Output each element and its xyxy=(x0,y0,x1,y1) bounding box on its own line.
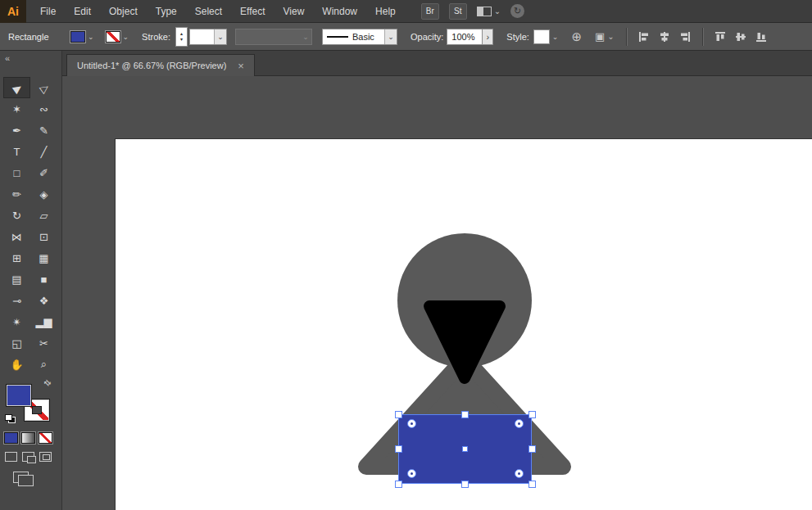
tool-selection[interactable]: ▶ xyxy=(3,77,30,98)
sync-icon[interactable]: ↻ xyxy=(510,4,524,18)
stepper-up-icon[interactable]: ▴ xyxy=(180,31,183,37)
tool-shape-builder[interactable]: ⊞ xyxy=(3,247,30,269)
selection-handle[interactable] xyxy=(395,411,402,418)
opacity-field[interactable]: 100% xyxy=(447,29,483,45)
tool-scale[interactable]: ▱ xyxy=(30,205,57,226)
stroke-weight-stepper[interactable]: ▴ ▾ xyxy=(175,27,188,47)
brush-definition-combo[interactable]: Basic ⌄ xyxy=(322,29,397,45)
tool-zoom[interactable]: ⌕ xyxy=(30,354,57,375)
magic-wand-icon: ✶ xyxy=(12,103,21,115)
globe-icon[interactable]: ⊕ xyxy=(571,30,582,43)
tool-slice[interactable]: ✂ xyxy=(30,332,57,354)
align-horizontal-left-icon[interactable] xyxy=(638,31,650,43)
tool-eyedropper[interactable]: ⊸ xyxy=(3,290,30,311)
gradient-button[interactable] xyxy=(21,432,35,444)
canvas[interactable] xyxy=(62,76,812,510)
align-vertical-bottom-icon[interactable] xyxy=(755,31,767,43)
menu-type[interactable]: Type xyxy=(147,0,186,23)
selection-handle[interactable] xyxy=(528,481,536,488)
align-horizontal-right-icon[interactable] xyxy=(679,31,691,43)
tool-perspective-grid[interactable]: ▦ xyxy=(30,247,57,269)
selection-handle[interactable] xyxy=(461,481,469,488)
document-setup-button[interactable]: ▣ ⌄ xyxy=(595,30,615,43)
tool-pen[interactable]: ✒ xyxy=(3,120,30,141)
tool-lasso[interactable]: ∾ xyxy=(30,98,57,120)
tool-width[interactable]: ⋈ xyxy=(3,226,30,247)
default-fill-stroke-icon[interactable] xyxy=(5,414,15,422)
selection-handle[interactable] xyxy=(528,445,536,453)
align-vertical-top-icon[interactable] xyxy=(714,31,726,43)
tool-grid: ▶▷✶∾✒✎T╱□✐✏◈↻▱⋈⊡⊞▦▤■⊸❖✴▂▆◱✂✋⌕ xyxy=(3,77,57,375)
collapse-panel-icon[interactable]: « xyxy=(5,53,10,63)
stock-button[interactable]: St xyxy=(449,3,467,20)
draw-behind-button[interactable] xyxy=(22,452,34,462)
hand-icon: ✋ xyxy=(10,359,23,371)
change-screen-mode-button[interactable] xyxy=(13,472,33,485)
draw-normal-button[interactable] xyxy=(5,452,17,462)
menu-window[interactable]: Window xyxy=(313,0,366,23)
chevron-down-icon[interactable]: ⌄ xyxy=(384,29,397,44)
chevron-down-icon: ⌄ xyxy=(552,33,559,41)
tool-magic-wand[interactable]: ✶ xyxy=(3,98,30,120)
tool-paintbrush[interactable]: ✐ xyxy=(30,162,57,183)
tool-curvature[interactable]: ✎ xyxy=(30,120,57,141)
draw-inside-button[interactable] xyxy=(39,452,52,462)
perspective-grid-icon: ▦ xyxy=(39,252,48,264)
tool-mesh[interactable]: ▤ xyxy=(3,269,30,290)
tool-type[interactable]: T xyxy=(3,141,30,162)
tool-shaper[interactable]: ✏ xyxy=(3,183,30,205)
selection-handle[interactable] xyxy=(461,411,469,418)
tool-direct-selection[interactable]: ▷ xyxy=(30,77,57,98)
align-horizontal-center-icon[interactable] xyxy=(659,31,670,43)
live-corner-widget[interactable] xyxy=(407,469,416,478)
graphic-style-dropdown[interactable]: ⌄ xyxy=(529,29,559,44)
stroke-color-dropdown[interactable]: ⌄ xyxy=(106,31,129,43)
fill-color-dropdown[interactable]: ⌄ xyxy=(70,31,94,43)
none-button[interactable] xyxy=(39,432,52,444)
arrange-documents-button[interactable]: ⌄ xyxy=(477,7,501,16)
tool-gradient[interactable]: ■ xyxy=(30,269,57,290)
tool-rectangle[interactable]: □ xyxy=(3,162,30,183)
document-tab[interactable]: Untitled-1* @ 66.67% (RGB/Preview) × xyxy=(66,54,255,76)
tool-free-transform[interactable]: ⊡ xyxy=(30,226,57,247)
close-icon[interactable]: × xyxy=(238,61,244,71)
align-vertical-center-icon[interactable] xyxy=(735,31,746,43)
stroke-weight-combo[interactable]: ⌄ xyxy=(189,29,227,45)
selection-handle[interactable] xyxy=(395,445,402,453)
chevron-down-icon[interactable]: ⌄ xyxy=(214,29,226,44)
document-tab-bar: Untitled-1* @ 66.67% (RGB/Preview) × xyxy=(62,51,812,76)
tool-hand[interactable]: ✋ xyxy=(3,354,30,375)
opacity-popout-button[interactable]: › xyxy=(483,29,493,45)
column-graph-icon: ▂▆ xyxy=(36,316,52,328)
live-corner-widget[interactable] xyxy=(407,419,416,428)
selection-handle[interactable] xyxy=(395,481,402,488)
live-corner-widget[interactable] xyxy=(515,419,524,428)
menu-view[interactable]: View xyxy=(274,0,314,23)
tool-eraser[interactable]: ◈ xyxy=(30,183,57,205)
blend-icon: ❖ xyxy=(39,295,49,307)
menu-help[interactable]: Help xyxy=(366,0,405,23)
menu-effect[interactable]: Effect xyxy=(231,0,274,23)
swap-fill-stroke-icon[interactable]: ⇄ xyxy=(42,377,53,389)
menu-select[interactable]: Select xyxy=(186,0,231,23)
menu-edit[interactable]: Edit xyxy=(65,0,100,23)
menu-file[interactable]: File xyxy=(31,0,65,23)
brush-stroke-preview xyxy=(327,36,348,38)
live-corner-widget[interactable] xyxy=(515,469,524,478)
selection-center-point[interactable] xyxy=(462,446,468,452)
fill-swatch[interactable] xyxy=(7,385,31,406)
stepper-down-icon[interactable]: ▾ xyxy=(180,37,183,43)
selection-handle[interactable] xyxy=(528,411,536,418)
tool-rotate[interactable]: ↻ xyxy=(3,205,30,226)
bridge-button[interactable]: Br xyxy=(421,3,439,20)
tool-symbol-sprayer[interactable]: ✴ xyxy=(3,311,30,332)
tool-column-graph[interactable]: ▂▆ xyxy=(30,311,57,332)
lasso-icon: ∾ xyxy=(39,103,48,115)
tool-artboard[interactable]: ◱ xyxy=(3,332,30,354)
tool-line-segment[interactable]: ╱ xyxy=(30,141,57,162)
variable-width-profile-combo: ⌄ xyxy=(235,29,312,45)
menu-object[interactable]: Object xyxy=(100,0,147,23)
color-button[interactable] xyxy=(4,432,18,444)
arrange-documents-icon xyxy=(477,7,492,16)
tool-blend[interactable]: ❖ xyxy=(30,290,57,311)
